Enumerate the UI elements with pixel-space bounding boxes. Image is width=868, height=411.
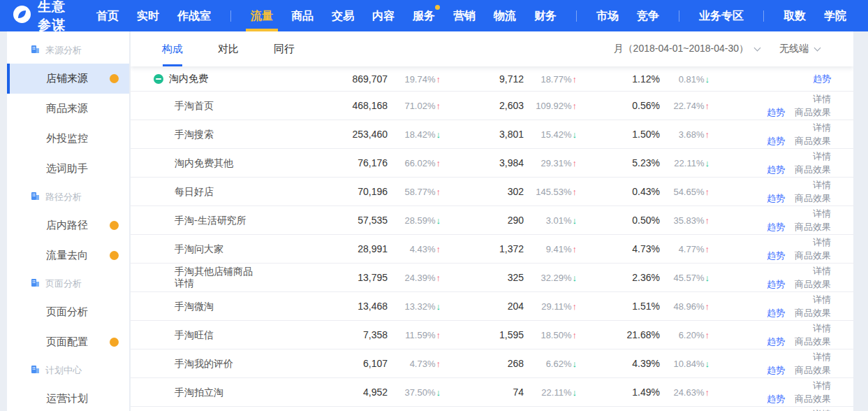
detail-link[interactable]: 详情	[813, 236, 831, 249]
product-effect-link[interactable]: 商品效果	[795, 163, 831, 176]
sidebar-item[interactable]: 店内路径	[7, 210, 129, 240]
sidebar-item[interactable]: 页面配置	[7, 327, 129, 357]
nav-item[interactable]: 交易	[332, 0, 354, 31]
product-effect-link[interactable]: 商品效果	[795, 106, 831, 119]
trend-arrow-icon: ↓	[436, 387, 441, 398]
buyers-change: 9.41%↑	[524, 243, 580, 255]
product-effect-link[interactable]: 商品效果	[795, 192, 831, 205]
trend-arrow-icon: ↑	[436, 74, 441, 85]
product-effect-link[interactable]: 商品效果	[795, 306, 831, 319]
detail-link[interactable]: 详情	[813, 121, 831, 134]
channel-select[interactable]: 无线端	[779, 43, 820, 55]
sidebar-item[interactable]: 商品来源	[7, 94, 129, 124]
trend-link[interactable]: 趋势	[767, 306, 785, 319]
trend-link[interactable]: 趋势	[767, 335, 785, 348]
nav-item[interactable]: 营销	[453, 0, 476, 31]
detail-link[interactable]: 详情	[813, 293, 831, 306]
trend-arrow-icon: ↑	[705, 330, 710, 340]
trend-link[interactable]: 趋势	[767, 192, 785, 205]
source-name: 每日好店	[175, 186, 214, 198]
detail-link[interactable]: 详情	[813, 408, 831, 411]
nav-item[interactable]: 流量	[251, 0, 273, 31]
nav-item[interactable]: 商品	[291, 0, 314, 31]
detail-link[interactable]: 详情	[813, 379, 831, 392]
trend-arrow-icon: ↑	[573, 330, 578, 340]
detail-link[interactable]: 详情	[813, 150, 831, 163]
date-range-select[interactable]: 月（2018-04-01~2018-04-30）	[614, 43, 760, 55]
source-name-cell: 手淘我的评价	[131, 358, 340, 370]
trend-link[interactable]: 趋势	[767, 277, 785, 291]
product-effect-link[interactable]: 商品效果	[795, 220, 831, 233]
nav-item[interactable]: 物流	[494, 0, 516, 31]
product-effect-link[interactable]: 商品效果	[795, 277, 831, 291]
trend-link[interactable]: 趋势	[767, 392, 785, 405]
sidebar-group-header: 页面分析	[7, 271, 129, 297]
product-effect-link[interactable]: 商品效果	[795, 249, 831, 262]
building-icon	[31, 45, 40, 56]
nav-item[interactable]: 竞争	[637, 0, 659, 31]
trend-link[interactable]: 趋势	[767, 249, 785, 262]
nav-item[interactable]: 市场	[596, 0, 619, 31]
table-row: 手淘旺信 7,358 11.59%↑ 1,595 18.50%↑ 21.68% …	[131, 321, 853, 349]
buyers-value: 2,603	[443, 100, 524, 111]
nav-item[interactable]: 首页	[96, 0, 119, 31]
buyers-change: 6.62%↓	[524, 357, 580, 370]
brand-name: 生意参谋	[38, 0, 68, 34]
sidebar-item[interactable]: 店铺来源	[7, 64, 129, 94]
visitors-value: 869,707	[340, 73, 388, 85]
tab[interactable]: 构成	[162, 31, 183, 66]
sidebar-item[interactable]: 流量去向	[7, 240, 129, 271]
trend-arrow-icon: ↓	[705, 359, 710, 369]
sidebar-item[interactable]: 页面分析	[7, 297, 129, 327]
nav-item[interactable]: 实时	[137, 0, 159, 31]
trend-arrow-icon: ↑	[436, 158, 441, 168]
conversion-rate-value: 1.51%	[580, 301, 660, 312]
trend-arrow-icon: ↓	[705, 273, 710, 283]
trend-arrow-icon: ↓	[573, 387, 578, 398]
conversion-rate-change: 3.68%↑	[660, 128, 712, 140]
product-effect-link[interactable]: 商品效果	[795, 363, 831, 377]
nav-item[interactable]: 业务专区	[699, 0, 744, 31]
product-effect-link[interactable]: 商品效果	[795, 335, 831, 348]
nav-item[interactable]: 作战室	[177, 0, 211, 31]
trend-link[interactable]: 趋势	[767, 363, 785, 377]
tab[interactable]: 对比	[218, 31, 239, 66]
tab[interactable]: 同行	[274, 31, 295, 66]
trend-link[interactable]: 趋势	[813, 72, 831, 85]
detail-link[interactable]: 详情	[813, 178, 831, 192]
nav-item[interactable]: 内容	[372, 0, 395, 31]
visitors-value: 13,795	[340, 272, 388, 283]
detail-link[interactable]: 详情	[813, 350, 831, 363]
detail-link[interactable]: 详情	[813, 322, 831, 335]
visitors-value: 6,107	[340, 358, 388, 369]
nav-item[interactable]: 服务	[413, 0, 435, 31]
collapse-icon[interactable]	[154, 74, 163, 84]
brand[interactable]: 生意参谋	[13, 0, 68, 34]
product-effect-link[interactable]: 商品效果	[795, 392, 831, 405]
row-actions: 详情 趋势商品效果	[712, 120, 853, 148]
table-row: 手淘拍立淘 4,952 37.50%↓ 74 22.11%↓ 1.49% 24.…	[131, 378, 853, 407]
sidebar-item[interactable]: 外投监控	[7, 124, 129, 154]
building-icon	[31, 278, 40, 289]
buyers-value: 268	[443, 358, 524, 369]
nav-item[interactable]: 财务	[534, 0, 557, 31]
trend-link[interactable]: 趋势	[767, 106, 785, 119]
product-effect-link[interactable]: 商品效果	[795, 134, 831, 147]
detail-link[interactable]: 详情	[813, 207, 831, 220]
trend-arrow-icon: ↑	[573, 158, 578, 168]
trend-link[interactable]: 趋势	[767, 163, 785, 176]
conversion-rate-change: 6.20%↑	[660, 329, 712, 341]
detail-link[interactable]: 详情	[813, 92, 831, 106]
source-name-cell: 手淘搜索	[131, 129, 340, 140]
trend-link[interactable]: 趋势	[767, 134, 785, 147]
trend-link[interactable]: 趋势	[767, 220, 785, 233]
nav-item[interactable]: 取数	[784, 0, 806, 31]
trend-arrow-icon: ↑	[436, 330, 441, 340]
table-row: 手淘-生活研究所 57,535 28.59%↓ 290 3.01%↓ 0.50%…	[131, 206, 853, 235]
sidebar-group-label: 页面分析	[45, 277, 82, 290]
detail-link[interactable]: 详情	[813, 264, 831, 277]
nav-item[interactable]: 学院	[824, 0, 846, 31]
sidebar-item[interactable]: 运营计划	[7, 384, 129, 411]
conversion-rate-value: 21.68%	[580, 329, 660, 340]
sidebar-item[interactable]: 选词助手	[7, 154, 129, 184]
